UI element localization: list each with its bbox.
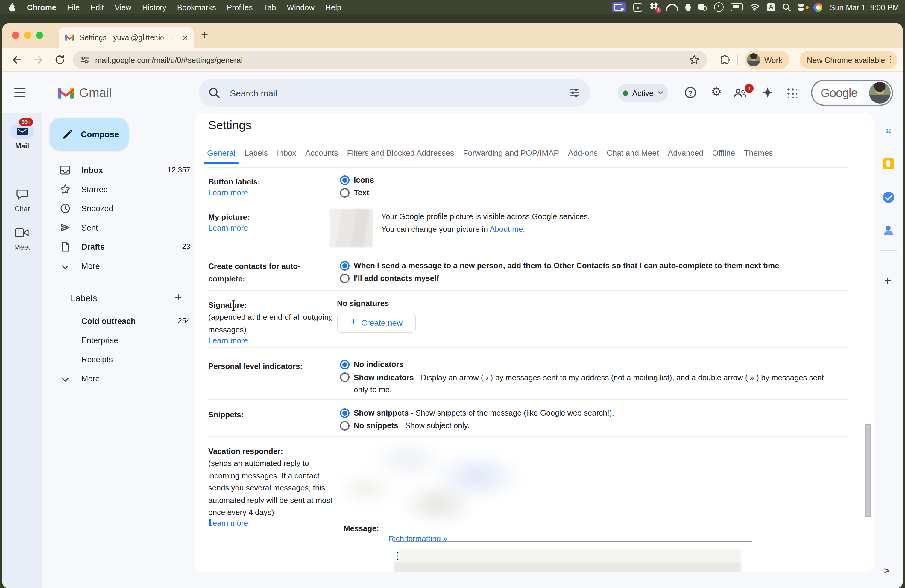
search-filter-icon[interactable] (568, 87, 581, 99)
menu-item-view[interactable]: View (114, 3, 132, 12)
rail-label-mail[interactable]: Mail (2, 142, 42, 150)
caffeine-cup-icon[interactable] (698, 3, 707, 11)
radio-selected[interactable] (340, 261, 349, 270)
menu-item-chrome[interactable]: Chrome (27, 3, 56, 12)
display-icon[interactable] (731, 3, 743, 11)
vpn-arc-icon[interactable] (667, 4, 678, 11)
search-input[interactable] (229, 87, 560, 99)
tab-inbox[interactable]: Inbox (273, 146, 300, 161)
learn-more-link[interactable]: Learn more (208, 518, 248, 528)
color-wheel-icon[interactable] (814, 3, 823, 12)
radio-unselected[interactable] (340, 188, 349, 197)
learn-more-link[interactable]: Learn more (208, 223, 248, 232)
radio-option-icons[interactable]: Icons (340, 175, 374, 185)
menu-item-help[interactable]: Help (325, 3, 341, 12)
window-icon[interactable] (634, 3, 643, 12)
radio-unselected[interactable] (340, 421, 349, 430)
input-source-icon[interactable]: A (767, 3, 775, 11)
add-label-icon[interactable]: + (175, 291, 182, 304)
nav-item-drafts[interactable]: Drafts 23 (43, 238, 193, 255)
nav-item-starred[interactable]: Starred (43, 181, 193, 198)
menu-item-history[interactable]: History (142, 3, 167, 12)
wifi-icon[interactable] (750, 3, 760, 11)
learn-more-link[interactable]: Learn more (208, 188, 248, 197)
menu-item-tab[interactable]: Tab (264, 3, 276, 12)
label-item-cold-outreach[interactable]: Cold outreach 254 (43, 313, 193, 329)
learn-more-link[interactable]: Learn more (208, 336, 248, 345)
profile-chip[interactable]: Work (745, 51, 789, 69)
search-icon[interactable] (208, 87, 220, 99)
extensions-icon[interactable] (719, 54, 730, 65)
google-tasks-icon[interactable] (883, 192, 894, 203)
clock-icon[interactable] (714, 2, 724, 12)
new-tab-button[interactable]: + (201, 28, 208, 42)
tab-forwarding[interactable]: Forwarding and POP/IMAP (459, 146, 563, 161)
tab-chat-meet[interactable]: Chat and Meet (603, 146, 662, 161)
radio-selected[interactable] (340, 175, 349, 185)
tab-advanced[interactable]: Advanced (664, 146, 707, 161)
tab-addons[interactable]: Add-ons (564, 146, 601, 161)
tab-offline[interactable]: Offline (709, 146, 738, 161)
help-icon[interactable]: ? (685, 87, 696, 98)
radio-unselected[interactable] (340, 372, 349, 382)
radio-option-no-snippets[interactable]: No snippets - Show subject only. (340, 420, 470, 431)
label-item-more[interactable]: More (43, 370, 193, 387)
nav-item-snoozed[interactable]: Snoozed (43, 200, 193, 217)
radio-option-show-indicators[interactable]: Show indicators - Display an arrow ( › )… (340, 372, 838, 395)
radio-option-show-snippets[interactable]: Show snippets - Show snippets of the mes… (340, 408, 614, 418)
radio-option-auto-add[interactable]: When I send a message to a new person, a… (340, 261, 837, 271)
control-center-icon[interactable] (798, 3, 807, 11)
menu-item-window[interactable]: Window (287, 3, 315, 12)
create-new-signature-button[interactable]: + Create new (337, 313, 416, 333)
chat-icon[interactable] (16, 189, 28, 200)
label-item-receipts[interactable]: Receipts (43, 351, 193, 368)
browser-tab[interactable]: Settings - yuval@glitter.io - G × (59, 27, 194, 48)
meet-icon[interactable] (14, 227, 29, 238)
status-selector[interactable]: Active (618, 84, 668, 102)
google-keep-icon[interactable] (883, 158, 894, 170)
vacation-message-textarea[interactable]: [ (393, 541, 753, 572)
minimize-window-button[interactable] (24, 32, 31, 39)
search-bar[interactable] (199, 79, 590, 106)
radio-option-no-indicators[interactable]: No indicators (340, 359, 403, 369)
menu-item-edit[interactable]: Edit (90, 3, 104, 12)
settings-gear-icon[interactable]: ⚙ (711, 84, 722, 99)
forward-icon[interactable] (32, 54, 44, 66)
back-icon[interactable] (11, 54, 23, 66)
radio-selected[interactable] (340, 359, 349, 369)
bookmark-star-icon[interactable] (689, 54, 700, 65)
zoom-window-button[interactable] (36, 32, 43, 39)
nav-item-sent[interactable]: Sent (43, 219, 193, 236)
radio-option-text[interactable]: Text (340, 188, 369, 198)
gemini-sparkle-icon[interactable] (762, 87, 773, 98)
menu-item-profiles[interactable]: Profiles (227, 3, 253, 12)
scrollbar-thumb[interactable] (865, 424, 871, 517)
profile-picture-blurred[interactable] (330, 209, 373, 247)
tab-filters[interactable]: Filters and Blocked Addresses (343, 146, 457, 161)
nav-item-inbox[interactable]: Inbox 12,357 (43, 162, 193, 178)
tab-accounts[interactable]: Accounts (302, 146, 341, 161)
menu-item-bookmarks[interactable]: Bookmarks (177, 3, 216, 12)
tab-general[interactable]: General (203, 146, 239, 161)
url-bar[interactable]: mail.google.com/mail/u/0/#settings/gener… (73, 51, 707, 69)
menu-item-file[interactable]: File (67, 3, 79, 12)
screen-mirroring-icon[interactable] (612, 2, 626, 12)
chrome-update-button[interactable]: New Chrome available (800, 51, 897, 69)
side-panel-toggle-icon[interactable]: > (884, 565, 889, 575)
radio-option-manual-add[interactable]: I'll add contacts myself (340, 273, 439, 283)
close-window-button[interactable] (12, 32, 19, 39)
more-menu-icon[interactable] (890, 56, 892, 64)
get-addons-icon[interactable]: + (884, 273, 892, 288)
google-apps-grid-icon[interactable] (786, 87, 797, 98)
dropbox-icon[interactable]: 1 (650, 3, 659, 11)
site-settings-icon[interactable] (80, 56, 89, 64)
label-item-enterprise[interactable]: Enterprise (43, 332, 193, 348)
menu-bar-clock[interactable]: Sun Mar 1 9:00 PM (830, 3, 899, 12)
radio-selected[interactable] (340, 408, 349, 418)
google-contacts-icon[interactable] (883, 224, 894, 236)
google-account-chip[interactable]: Google (811, 79, 893, 106)
reload-icon[interactable] (54, 54, 66, 66)
about-me-link[interactable]: About me (490, 224, 523, 234)
tab-themes[interactable]: Themes (740, 146, 776, 161)
nav-item-more[interactable]: More (43, 257, 193, 274)
